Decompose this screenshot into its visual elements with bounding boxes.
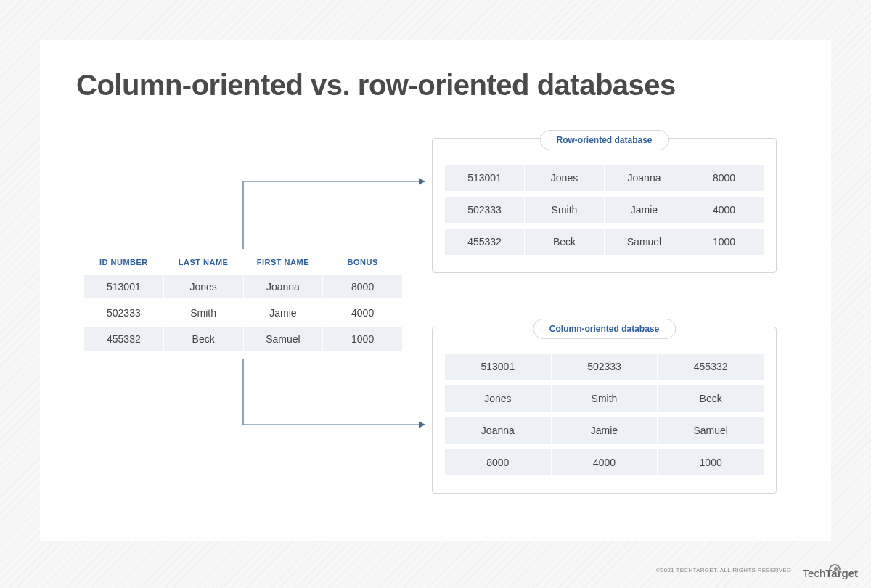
table-row: Joanna Jamie Samuel <box>445 417 764 444</box>
table-row: 513001 Jones Joanna 8000 <box>84 275 402 298</box>
diagram-canvas: Column-oriented vs. row-oriented databas… <box>40 40 831 541</box>
col-db-box: Column-oriented database 513001 502333 4… <box>432 327 777 494</box>
table-row: Jones Smith Beck <box>445 385 764 412</box>
header-id: ID NUMBER <box>84 253 163 272</box>
table-row: 8000 4000 1000 <box>445 449 764 475</box>
table-row: 502333 Smith Jamie 4000 <box>445 197 764 223</box>
source-table: ID NUMBER LAST NAME FIRST NAME BONUS 513… <box>83 250 403 354</box>
row-db-box: Row-oriented database 513001 Jones Joann… <box>432 138 777 273</box>
copyright-text: ©2021 TECHTARGET. ALL RIGHTS RESERVED <box>656 567 791 573</box>
table-row: 455332 Beck Samuel 1000 <box>445 229 764 255</box>
header-bonus: BONUS <box>323 253 402 272</box>
eye-icon <box>829 564 841 571</box>
header-firstname: FIRST NAME <box>244 253 323 272</box>
table-row: 455332 Beck Samuel 1000 <box>84 327 402 351</box>
table-row: 513001 502333 455332 <box>445 354 764 380</box>
table-row: 513001 Jones Joanna 8000 <box>445 165 764 191</box>
table-row: 502333 Smith Jamie 4000 <box>84 301 402 324</box>
col-db-label: Column-oriented database <box>533 319 676 339</box>
techtarget-logo: TechTarget <box>788 567 858 579</box>
page-title: Column-oriented vs. row-oriented databas… <box>76 69 802 102</box>
row-db-label: Row-oriented database <box>539 130 668 150</box>
header-lastname: LAST NAME <box>164 253 243 272</box>
